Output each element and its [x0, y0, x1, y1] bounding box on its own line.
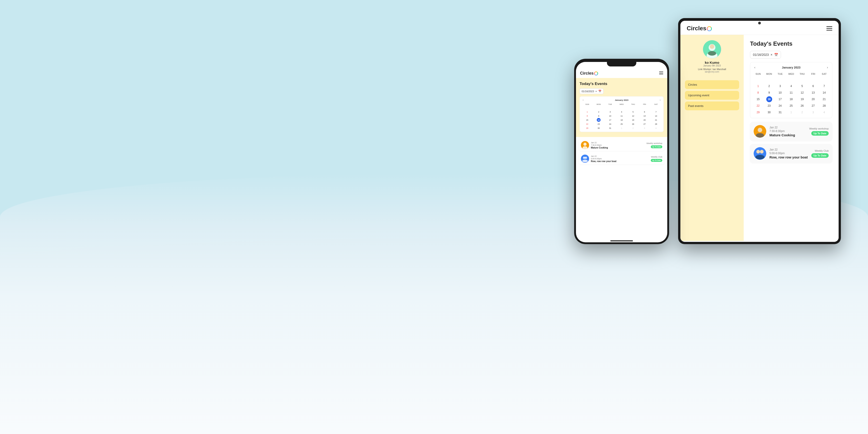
background-wave2	[0, 239, 868, 434]
tablet-cal-next[interactable]: ›	[826, 65, 829, 70]
phone-date-value: 01/16/2023	[582, 90, 594, 93]
tablet-date-value: 01/16/2023	[753, 53, 769, 57]
phone-cal-fri: FRI	[639, 103, 650, 105]
profile-avatar-icon	[703, 40, 721, 58]
tablet-section-title: Today's Events	[750, 40, 832, 47]
logo-ring-icon	[594, 71, 598, 75]
phone-event-club-label-2: Weekly Club	[651, 156, 662, 158]
tablet-event-card-2[interactable]: Jan 22 5:00-6:00pm Row, row row your boa…	[750, 144, 832, 163]
cooking-avatar-icon	[581, 141, 589, 149]
tablet-layout: ko Kumo January 9th 2023 Link Worker: Ia…	[680, 35, 839, 241]
tablet-cal-header: ‹ January 2023 ›	[753, 65, 829, 70]
phone-content: Today's Events 01/16/2023 × 📅 ‹ January …	[576, 78, 667, 242]
svg-point-17	[760, 150, 764, 153]
tablet-mini-calendar: ‹ January 2023 › SUN MON TUE WED THU FRI…	[750, 62, 832, 118]
tablet-nav-items: Circles Upcoming event Past events	[680, 76, 744, 116]
svg-point-14	[756, 133, 764, 138]
tablet-nav-upcoming[interactable]: Upcoming event	[685, 91, 739, 100]
tablet-event-name-1: Mature Cooking	[770, 133, 806, 137]
phone-event-name-1: Mature Cooking	[591, 147, 645, 149]
phone-cal-header: ‹ January 2023 ›	[582, 98, 662, 102]
phone-date-input[interactable]: 01/16/2023 × 📅	[580, 88, 603, 94]
phone-calendar-icon[interactable]: 📅	[598, 90, 601, 93]
tablet-event-club-label-2: Weekly Club	[815, 149, 829, 152]
phone-cal-grid: SUN MON TUE WED THU FRI SAT	[582, 103, 662, 130]
phone-cal-tue: TUE	[604, 103, 616, 105]
phone-event-badge-2: Up To Date	[651, 159, 662, 162]
tablet-logo: Circles	[687, 25, 712, 32]
tablet-event-date-2: Jan 22	[770, 148, 808, 151]
tablet-profile-subtitle: January 9th 2023	[703, 64, 721, 67]
phone-event-badge-1: Up To Date	[651, 145, 662, 148]
tablet-cal-prev[interactable]: ‹	[753, 65, 757, 70]
svg-point-18	[755, 155, 765, 159]
phone-event-right-2: Weekly Club Up To Date	[651, 156, 662, 162]
phone-event-right-1: Weekly workshop Up To Date	[647, 142, 662, 148]
phone-cal-title: January 2023	[615, 99, 628, 101]
svg-point-5	[585, 157, 587, 159]
tablet-event-info-2: Jan 22 5:00-6:00pm Row, row row your boa…	[770, 148, 808, 159]
tablet-date-clear[interactable]: ×	[771, 53, 772, 57]
phone-device: Circles Today's Events 01/16/2023 × 📅	[574, 59, 669, 244]
tablet-cal-grid: SUN MON TUE WED THU FRI SAT	[753, 72, 829, 115]
phone-logo: Circles	[580, 71, 598, 76]
phone-event-card-1[interactable]: Jan 22 7:30-8:30pm Mature Cooking Weekly…	[579, 139, 664, 151]
phone-menu-button[interactable]	[659, 71, 663, 75]
phone-event-date-2: Jan 22	[591, 155, 649, 157]
devices-container: Circles Today's Events 01/16/2023 × 📅	[574, 18, 841, 244]
phone-events-list: Jan 22 7:30-8:30pm Mature Cooking Weekly…	[576, 137, 667, 168]
tablet-cal-title: January 2023	[782, 66, 800, 69]
tablet-event-date-1: Jan 22	[770, 126, 806, 129]
tablet-nav-past[interactable]: Past events	[685, 101, 739, 110]
tablet-menu-button[interactable]	[827, 26, 832, 31]
tablet-event-right-2: Weekly Club Up To Date	[811, 149, 829, 158]
tablet-event-avatar-1	[754, 125, 766, 138]
tablet-event-card-1[interactable]: Jan 22 7:30-8:30pm Mature Cooking Weekly…	[750, 122, 832, 141]
tablet-screen: Circles	[680, 21, 839, 242]
phone-cal-sat: SAT	[650, 103, 662, 105]
phone-screen: Circles Today's Events 01/16/2023 × 📅	[576, 62, 667, 242]
tablet-event-name-2: Row, row row your boat	[770, 155, 808, 159]
rowing-avatar-icon	[581, 155, 589, 163]
tablet-logo-ring-icon	[707, 26, 712, 31]
tablet-camera	[758, 22, 761, 24]
phone-cal-mon: MON	[593, 103, 604, 105]
tablet-profile-email: ian@crey.com	[705, 70, 719, 73]
svg-point-6	[582, 160, 588, 162]
tablet-rowing-avatar-icon	[754, 147, 766, 160]
phone-event-card-2[interactable]: Jan 22 5:00-6:00pm Row, row row your boa…	[579, 153, 664, 164]
tablet-profile-name: ko Kumo	[705, 61, 719, 64]
tablet-right-panel: Today's Events 01/16/2023 × 📅 ‹ January …	[744, 35, 839, 241]
phone-cal-prev[interactable]: ‹	[582, 98, 585, 102]
phone-home-indicator	[610, 240, 633, 241]
phone-notch	[607, 61, 636, 66]
tablet-event-time-2: 5:00-6:00pm	[770, 152, 808, 155]
tablet-event-workshop-label-1: Weekly workshop	[809, 127, 829, 130]
tablet-profile-role: Link Worker: Ian Marshall	[698, 68, 726, 70]
tablet-event-right-1: Weekly workshop Up To Date	[809, 127, 829, 135]
phone-event-time-1: 7:30-8:30pm	[591, 144, 645, 146]
svg-point-11	[708, 51, 716, 56]
phone-event-avatar-1	[581, 141, 589, 149]
phone-event-name-2: Row, row row your boat	[591, 160, 649, 162]
phone-yellow-banner: Today's Events 01/16/2023 × 📅 ‹ January …	[576, 78, 667, 137]
tablet-left-panel: ko Kumo January 9th 2023 Link Worker: Ia…	[680, 35, 744, 241]
svg-point-1	[583, 143, 587, 146]
tablet-event-info-1: Jan 22 7:30-8:30pm Mature Cooking	[770, 126, 806, 137]
phone-date-clear[interactable]: ×	[595, 90, 597, 93]
phone-event-category-1: Jan 22	[591, 142, 645, 144]
phone-section-title: Today's Events	[580, 82, 664, 86]
phone-event-info-2: Jan 22 5:00-6:00pm Row, row row your boa…	[591, 155, 649, 162]
tablet-profile-avatar	[703, 40, 721, 58]
tablet-profile: ko Kumo January 9th 2023 Link Worker: Ia…	[680, 35, 744, 76]
tablet-device: Circles	[678, 18, 841, 244]
svg-point-16	[756, 150, 760, 153]
tablet-calendar-icon[interactable]: 📅	[774, 53, 778, 57]
phone-cal-sun: SUN	[582, 103, 593, 105]
phone-cal-thu: THU	[627, 103, 639, 105]
phone-cal-next[interactable]: ›	[659, 98, 662, 102]
tablet-nav-circles[interactable]: Circles	[685, 80, 739, 89]
phone-event-info-1: Jan 22 7:30-8:30pm Mature Cooking	[591, 142, 645, 149]
tablet-date-input[interactable]: 01/16/2023 × 📅	[750, 51, 781, 59]
phone-mini-calendar: ‹ January 2023 › SUN MON TUE WED THU FRI…	[580, 96, 664, 132]
